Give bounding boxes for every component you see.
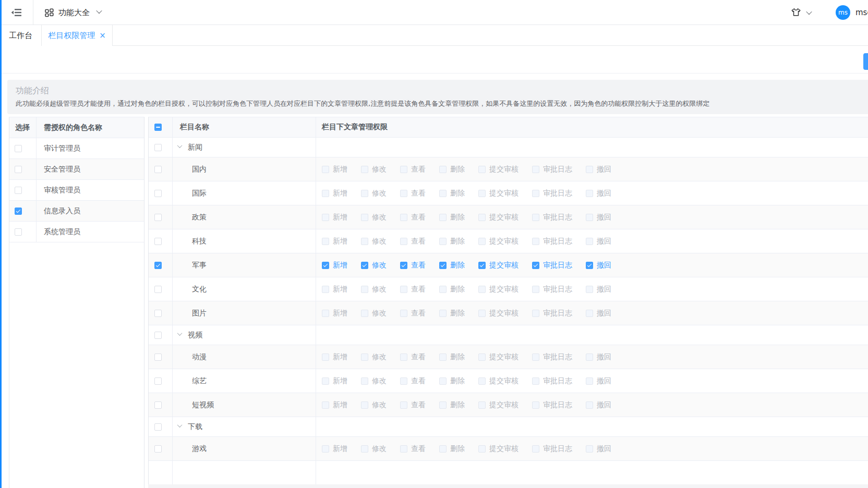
permission-checkbox[interactable] <box>478 214 486 221</box>
permission-checkbox[interactable] <box>361 310 368 317</box>
permission-checkbox[interactable] <box>439 214 447 221</box>
column-checkbox[interactable] <box>154 286 162 293</box>
select-all-checkbox[interactable] <box>154 124 162 131</box>
permission-checkbox[interactable] <box>361 401 368 409</box>
permission-checkbox[interactable] <box>478 190 486 197</box>
theme-chevron-down-icon[interactable] <box>806 9 812 15</box>
permission-checkbox[interactable] <box>439 166 447 173</box>
permission-checkbox[interactable] <box>322 190 329 197</box>
column-checkbox[interactable] <box>154 310 162 317</box>
column-checkbox[interactable] <box>154 377 162 385</box>
permission-checkbox[interactable] <box>322 214 329 221</box>
permission-checkbox[interactable] <box>400 353 407 361</box>
avatar[interactable]: ms <box>836 5 850 20</box>
permission-checkbox[interactable] <box>532 377 539 385</box>
permission-checkbox[interactable] <box>586 262 593 269</box>
permission-checkbox[interactable] <box>400 166 407 173</box>
permission-checkbox[interactable] <box>532 401 539 409</box>
permission-checkbox[interactable] <box>586 445 593 453</box>
permission-checkbox[interactable] <box>322 401 329 409</box>
column-checkbox[interactable] <box>154 423 162 431</box>
permission-checkbox[interactable] <box>586 401 593 409</box>
column-checkbox[interactable] <box>154 190 162 197</box>
permission-checkbox[interactable] <box>586 353 593 361</box>
permission-checkbox[interactable] <box>532 353 539 361</box>
permission-checkbox[interactable] <box>532 262 539 269</box>
permission-checkbox[interactable] <box>586 310 593 317</box>
permission-checkbox[interactable] <box>532 286 539 293</box>
horizontal-scrollbar-track[interactable] <box>148 484 868 488</box>
permission-checkbox[interactable] <box>322 286 329 293</box>
permission-checkbox[interactable] <box>322 377 329 385</box>
permission-checkbox[interactable] <box>478 353 486 361</box>
column-checkbox[interactable] <box>154 353 162 361</box>
permission-checkbox[interactable] <box>532 238 539 245</box>
permission-checkbox[interactable] <box>478 238 486 245</box>
tab-workbench[interactable]: 工作台 <box>0 25 42 46</box>
tab-column-permission[interactable]: 栏目权限管理 × <box>42 25 113 46</box>
permission-checkbox[interactable] <box>439 377 447 385</box>
permission-checkbox[interactable] <box>532 166 539 173</box>
column-checkbox[interactable] <box>154 401 162 409</box>
permission-checkbox[interactable] <box>439 262 447 269</box>
permission-checkbox[interactable] <box>586 166 593 173</box>
tab-close-icon[interactable]: × <box>99 32 106 40</box>
column-checkbox[interactable] <box>154 445 162 453</box>
permission-checkbox[interactable] <box>586 190 593 197</box>
permission-checkbox[interactable] <box>400 310 407 317</box>
permission-checkbox[interactable] <box>478 262 486 269</box>
permission-checkbox[interactable] <box>361 262 368 269</box>
permission-checkbox[interactable] <box>586 286 593 293</box>
permission-checkbox[interactable] <box>586 238 593 245</box>
permission-checkbox[interactable] <box>322 238 329 245</box>
permission-checkbox[interactable] <box>532 214 539 221</box>
permission-checkbox[interactable] <box>361 377 368 385</box>
permission-checkbox[interactable] <box>400 262 407 269</box>
expand-chevron-icon[interactable] <box>177 143 183 148</box>
permission-checkbox[interactable] <box>586 377 593 385</box>
permission-checkbox[interactable] <box>532 445 539 453</box>
column-checkbox[interactable] <box>154 238 162 245</box>
app-switcher-menu[interactable]: 功能大全 <box>45 0 101 25</box>
column-checkbox[interactable] <box>154 214 162 221</box>
permission-checkbox[interactable] <box>532 310 539 317</box>
permission-checkbox[interactable] <box>478 310 486 317</box>
permission-checkbox[interactable] <box>400 445 407 453</box>
column-checkbox[interactable] <box>154 332 162 339</box>
permission-checkbox[interactable] <box>361 190 368 197</box>
permission-checkbox[interactable] <box>361 353 368 361</box>
permission-checkbox[interactable] <box>322 353 329 361</box>
permission-checkbox[interactable] <box>439 401 447 409</box>
role-checkbox[interactable] <box>15 145 22 152</box>
role-checkbox[interactable] <box>15 187 22 194</box>
permission-checkbox[interactable] <box>439 445 447 453</box>
permission-checkbox[interactable] <box>322 262 329 269</box>
permission-checkbox[interactable] <box>322 310 329 317</box>
column-checkbox[interactable] <box>154 166 162 173</box>
column-checkbox[interactable] <box>154 262 162 269</box>
permission-checkbox[interactable] <box>478 377 486 385</box>
permission-checkbox[interactable] <box>439 353 447 361</box>
permission-checkbox[interactable] <box>400 190 407 197</box>
role-checkbox[interactable] <box>15 228 22 236</box>
expand-chevron-icon[interactable] <box>177 331 183 336</box>
permission-checkbox[interactable] <box>400 401 407 409</box>
expand-chevron-icon[interactable] <box>177 422 183 428</box>
permission-checkbox[interactable] <box>439 190 447 197</box>
permission-checkbox[interactable] <box>400 214 407 221</box>
permission-checkbox[interactable] <box>532 190 539 197</box>
permission-checkbox[interactable] <box>361 286 368 293</box>
permission-checkbox[interactable] <box>400 286 407 293</box>
permission-checkbox[interactable] <box>478 166 486 173</box>
permission-checkbox[interactable] <box>439 238 447 245</box>
permission-checkbox[interactable] <box>478 445 486 453</box>
primary-action-button-cutoff[interactable] <box>863 53 868 70</box>
permission-checkbox[interactable] <box>400 377 407 385</box>
permission-checkbox[interactable] <box>361 238 368 245</box>
permission-checkbox[interactable] <box>322 166 329 173</box>
permission-checkbox[interactable] <box>361 166 368 173</box>
permission-checkbox[interactable] <box>361 445 368 453</box>
permission-checkbox[interactable] <box>361 214 368 221</box>
permission-checkbox[interactable] <box>439 286 447 293</box>
theme-skin-icon[interactable] <box>791 7 801 18</box>
